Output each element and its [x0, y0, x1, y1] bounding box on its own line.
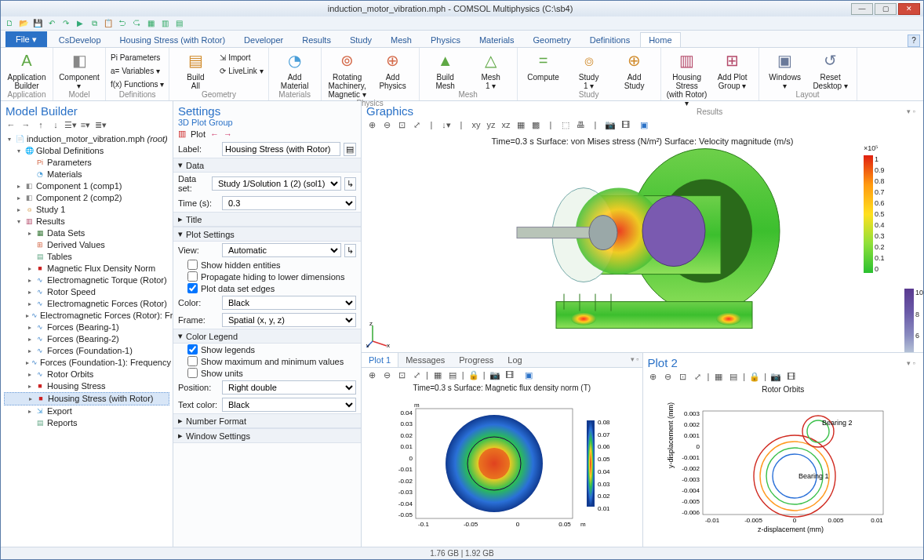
open-icon[interactable]: 📂 [18, 18, 29, 29]
color-select[interactable]: Black [222, 296, 356, 310]
tab-home[interactable]: Home [640, 32, 680, 47]
p1-legend-icon[interactable]: ▤ [447, 369, 458, 380]
arrow-left-icon[interactable]: ← [210, 129, 219, 139]
ribbon-windows[interactable]: ▣Windows▾ [764, 49, 806, 90]
tree-derived-values[interactable]: ⊞Derived Values [4, 239, 169, 251]
zoom-out-icon[interactable]: ⊖ [381, 119, 392, 130]
r2-icon[interactable]: ▤ [173, 18, 184, 29]
plot1-tab-log[interactable]: Log [500, 353, 529, 367]
tab-geometry[interactable]: Geometry [525, 32, 580, 47]
xy-icon[interactable]: xy [471, 119, 482, 130]
p2-zoom-in-icon[interactable]: ⊕ [648, 371, 659, 382]
fwd-icon[interactable]: ⮎ [131, 18, 142, 29]
dataset-select[interactable]: Study 1/Solution 1 (2) (sol1) [212, 176, 341, 191]
ribbon-compute[interactable]: =Compute [522, 49, 565, 82]
zoom-in-icon[interactable]: ⊕ [366, 119, 377, 130]
nav-back-icon[interactable]: ← [5, 119, 16, 130]
model-tree[interactable]: ▾📄induction_motor_vibration.mph (root)▾🌐… [1, 132, 173, 547]
yz-icon[interactable]: yz [486, 119, 497, 130]
tree-housing-stress[interactable]: ▸■Housing Stress [4, 380, 169, 392]
p1-zoom-out-icon[interactable]: ⊖ [381, 369, 392, 380]
zoom-box-icon[interactable]: ⊡ [396, 119, 407, 130]
tab-file[interactable]: File ▾ [5, 31, 47, 47]
tab-results[interactable]: Results [293, 32, 340, 47]
movie-icon[interactable]: 🎞 [620, 119, 631, 130]
plot1-tab-plot 1[interactable]: Plot 1 [362, 353, 398, 367]
view-dd-icon[interactable]: ↓▾ [441, 119, 452, 130]
plot1-tab-progress[interactable]: Progress [452, 353, 500, 367]
p1-zoom-in-icon[interactable]: ⊕ [366, 369, 377, 380]
p2-lock-icon[interactable]: 🔒 [749, 371, 760, 382]
ribbon-component[interactable]: ◧Component▾ [58, 49, 100, 90]
sec-title[interactable]: Title [186, 215, 202, 224]
tree-housing-stress-with-rotor-[interactable]: ▸■Housing Stress (with Rotor) [4, 392, 169, 405]
ribbon--import[interactable]: ⇲ Import [220, 51, 263, 64]
ribbon-f-x-functions-[interactable]: f(x) Functions ▾ [111, 78, 164, 90]
r1-icon[interactable]: ▥ [159, 18, 170, 29]
plot1-menu-icon[interactable]: ▾ ▫ [628, 353, 642, 367]
chk-units[interactable] [187, 368, 198, 378]
select-icon[interactable]: ⬚ [560, 119, 571, 130]
tree-reports[interactable]: ▤Reports [4, 417, 169, 429]
tree-forces-bearing-1-[interactable]: ▸∿Forces (Bearing-1) [4, 322, 169, 333]
tree-electromagnetic-forces-rotor-frequency[interactable]: ▸∿Electromagnetic Forces (Rotor): Freque… [4, 310, 169, 322]
view-select[interactable]: Automatic [222, 243, 341, 257]
tab-study[interactable]: Study [341, 32, 380, 47]
sec-numfmt[interactable]: Number Format [186, 416, 246, 426]
tab-developer[interactable]: Developer [235, 32, 292, 47]
tree-materials[interactable]: ◔Materials [4, 169, 169, 180]
chk-edges[interactable] [187, 283, 198, 293]
tree-global-definitions[interactable]: ▾🌐Global Definitions [4, 145, 169, 157]
ribbon-a-variables-[interactable]: a= Variables ▾ [111, 64, 164, 77]
orth-icon[interactable]: ▦ [515, 119, 526, 130]
detach-icon[interactable]: ▣ [638, 119, 649, 130]
close-button[interactable]: ✕ [898, 3, 920, 15]
p2-extents-icon[interactable]: ⤢ [693, 371, 704, 382]
camera-icon[interactable]: 📷 [605, 119, 616, 130]
tree-component-1-comp1-[interactable]: ▸◧Component 1 (comp1) [4, 180, 169, 192]
p2-legend-icon[interactable]: ▤ [728, 371, 739, 382]
p2-zoom-box-icon[interactable]: ⊡ [678, 371, 689, 382]
tab-housing-stress-with-rotor-[interactable]: Housing Stress (with Rotor) [111, 32, 235, 47]
help-button[interactable]: ? [908, 35, 920, 47]
new-icon[interactable]: 🗋 [4, 18, 15, 29]
collapse-icon[interactable]: ≡▾ [80, 119, 91, 130]
ribbon--livelink-[interactable]: ⟳ LiveLink ▾ [220, 64, 263, 77]
tree-forces-foundation-1-[interactable]: ▸∿Forces (Foundation-1) [4, 345, 169, 357]
p1-zoom-box-icon[interactable]: ⊡ [396, 369, 407, 380]
plot2-canvas[interactable]: Rotor Orbits 0.0030.0020.0010-0.001-0.00… [643, 384, 924, 547]
view-goto-icon[interactable]: ↳ [344, 244, 356, 257]
p2-zoom-out-icon[interactable]: ⊖ [663, 371, 674, 382]
tab-physics[interactable]: Physics [422, 32, 469, 47]
ribbon-application[interactable]: AApplicationBuilder [5, 49, 48, 90]
tree-results[interactable]: ▾▥Results [4, 216, 169, 227]
tree-rotor-speed[interactable]: ▸∿Rotor Speed [4, 286, 169, 298]
p2-camera-icon[interactable]: 📷 [770, 371, 781, 382]
xz-icon[interactable]: xz [500, 119, 511, 130]
plot2-menu-icon[interactable]: ▾ ▫ [904, 359, 919, 367]
tab-definitions[interactable]: Definitions [581, 32, 638, 47]
undo-icon[interactable]: ↶ [46, 18, 57, 29]
p1-detach-icon[interactable]: ▣ [523, 369, 534, 380]
tree-study-1[interactable]: ▸⌾Study 1 [4, 204, 169, 216]
chk-hidden[interactable] [187, 260, 198, 270]
save-icon[interactable]: 💾 [32, 18, 43, 29]
dataset-goto-icon[interactable]: ↳ [344, 177, 356, 191]
tree-forces-bearing-2-[interactable]: ▸∿Forces (Bearing-2) [4, 333, 169, 345]
tree-data-sets[interactable]: ▸▦Data Sets [4, 227, 169, 239]
ribbon-add[interactable]: ◔AddMaterial [274, 49, 316, 90]
graphics-canvas[interactable]: Time=0.3 s Surface: von Mises stress (N/… [362, 132, 923, 352]
show-icon[interactable]: ☰▾ [65, 119, 76, 130]
tree-rotor-orbits[interactable]: ▸∿Rotor Orbits [4, 369, 169, 380]
p1-grid-icon[interactable]: ▦ [432, 369, 443, 380]
ribbon-add-plot[interactable]: ⊞Add PlotGroup ▾ [711, 49, 754, 90]
p1-lock-icon[interactable]: 🔒 [468, 369, 479, 380]
run-icon[interactable]: ▶ [75, 18, 85, 29]
sec-winset[interactable]: Window Settings [186, 431, 250, 441]
redo-icon[interactable]: ↷ [60, 18, 71, 29]
tree-component-2-comp2-[interactable]: ▸◧Component 2 (comp2) [4, 192, 169, 204]
expand-icon[interactable]: ≣▾ [95, 119, 106, 130]
zoom-extents-icon[interactable]: ⤢ [411, 119, 422, 130]
tab-csdevelop[interactable]: CsDevelop [50, 32, 110, 47]
ribbon-build[interactable]: ▤BuildAll [174, 49, 216, 90]
